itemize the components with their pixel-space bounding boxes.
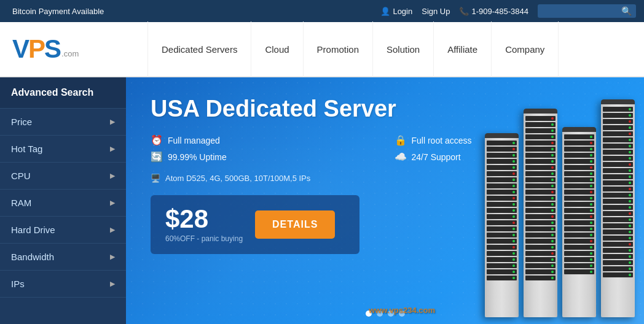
chevron-right-icon: ▶ [110, 118, 115, 126]
sidebar-item-hard-drive[interactable]: Hard Drive ▶ [0, 217, 126, 244]
sidebar-item-ram[interactable]: RAM ▶ [0, 190, 126, 217]
price-discount: 60%OFF - panic buying [165, 234, 243, 243]
nav-solution[interactable]: Solution [373, 21, 434, 77]
chevron-right-icon: ▶ [110, 280, 115, 288]
logo-text: VPS [12, 36, 60, 62]
bitcoin-notice: Bitcoin Payment Available [12, 7, 368, 16]
logo-suffix: .com [61, 49, 79, 58]
root-access-icon: 🔒 [395, 134, 407, 146]
uptime-icon: 🔄 [151, 151, 163, 163]
hero-section: USA Dedicated Server ⏰ Full managed 🔒 Fu… [126, 77, 644, 324]
user-icon: 👤 [380, 7, 390, 16]
nav-promotion[interactable]: Promotion [304, 21, 373, 77]
sidebar-item-bandwidth[interactable]: Bandwidth ▶ [0, 244, 126, 271]
sidebar-item-ips[interactable]: IPs ▶ [0, 271, 126, 298]
hero-feature-0: ⏰ Full managed [151, 134, 376, 146]
logo: VPS .com [12, 36, 123, 62]
hero-feature-2: 🔄 99.99% Uptime [151, 151, 376, 163]
price-info: $28 60%OFF - panic buying [165, 206, 243, 243]
sidebar-item-cpu[interactable]: CPU ▶ [0, 163, 126, 190]
hero-feature-3: ☁️ 24/7 Support [395, 151, 620, 163]
hero-content: USA Dedicated Server ⏰ Full managed 🔒 Fu… [151, 96, 619, 254]
sidebar: Advanced Search Price ▶ Hot Tag ▶ CPU ▶ … [0, 77, 126, 324]
support-icon: ☁️ [395, 151, 407, 163]
chevron-right-icon: ▶ [110, 199, 115, 207]
nav-bar: VPS .com Dedicated Servers Cloud Promoti… [0, 22, 644, 77]
price-box: $28 60%OFF - panic buying DETAILS [151, 195, 359, 254]
nav-affiliate[interactable]: Affiliate [434, 21, 492, 77]
price-amount: $28 [165, 206, 243, 232]
hero-title: USA Dedicated Server [151, 96, 619, 122]
hero-feature-1: 🔒 Full root access [395, 134, 620, 146]
managed-icon: ⏰ [151, 134, 163, 146]
chevron-right-icon: ▶ [110, 253, 115, 261]
top-bar: Bitcoin Payment Available 👤 Login Sign U… [0, 0, 644, 22]
chevron-right-icon: ▶ [110, 172, 115, 180]
watermark: www.vps234.com [369, 306, 435, 315]
spec-icon: 🖥️ [151, 174, 160, 183]
phone-icon: 📞 [459, 7, 469, 16]
nav-dedicated-servers[interactable]: Dedicated Servers [147, 21, 251, 77]
nav-cloud[interactable]: Cloud [251, 21, 303, 77]
search-container: 🔍 [538, 4, 632, 18]
nav-links: Dedicated Servers Cloud Promotion Soluti… [147, 21, 632, 77]
login-link[interactable]: 👤 Login [380, 7, 412, 16]
hero-features: ⏰ Full managed 🔒 Full root access 🔄 99.9… [151, 134, 619, 163]
sidebar-item-hot-tag[interactable]: Hot Tag ▶ [0, 136, 126, 163]
phone-number: 📞 1-909-485-3844 [459, 7, 528, 16]
nav-company[interactable]: Company [492, 21, 559, 77]
search-button[interactable]: 🔍 [621, 6, 632, 16]
signup-link[interactable]: Sign Up [422, 7, 450, 16]
chevron-right-icon: ▶ [110, 226, 115, 234]
main-content: Advanced Search Price ▶ Hot Tag ▶ CPU ▶ … [0, 77, 644, 324]
hero-spec: 🖥️ Atom D525, 4G, 500GB, 10T/100M,5 IPs [151, 174, 619, 183]
details-button[interactable]: DETAILS [255, 210, 335, 239]
sidebar-title: Advanced Search [0, 77, 126, 109]
chevron-right-icon: ▶ [110, 145, 115, 153]
sidebar-item-price[interactable]: Price ▶ [0, 109, 126, 136]
